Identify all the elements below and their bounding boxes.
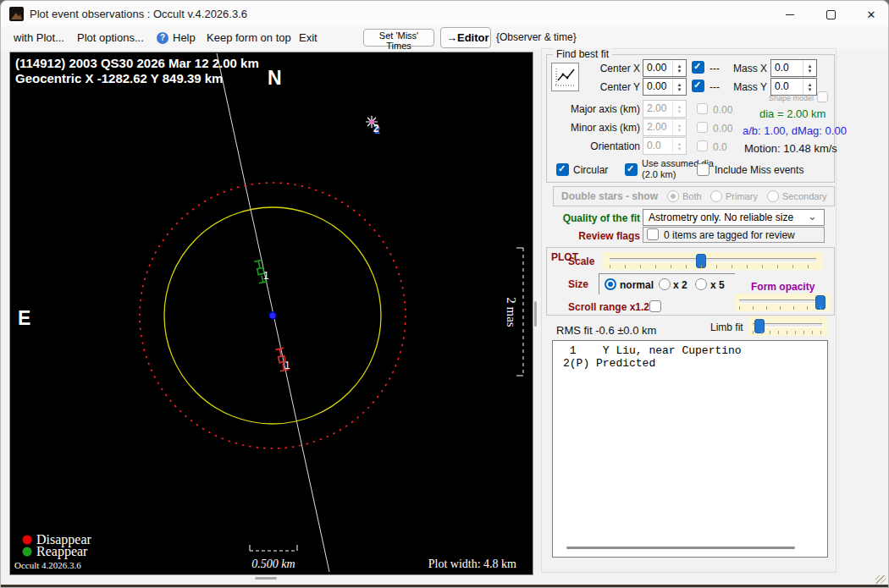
double-stars-both-label: Both <box>682 191 702 201</box>
review-flags-text: 0 items are tagged for review <box>664 229 795 241</box>
menu-help[interactable]: Help <box>173 31 196 44</box>
shape-model-checkbox <box>817 91 828 102</box>
include-miss-label: Include Miss events <box>715 164 803 176</box>
minor-axis-spinner: 2.00 <box>643 118 687 136</box>
menu-plot-options[interactable]: Plot options... <box>77 31 144 44</box>
include-miss-checkbox[interactable] <box>697 163 710 176</box>
ab-dmag-text: a/b: 1.00, dMag: 0.00 <box>743 124 847 137</box>
km-scale-bracket <box>250 545 297 551</box>
north-label: N <box>268 67 282 90</box>
orientation-fit-checkbox <box>697 140 708 151</box>
minimize-icon <box>786 14 794 15</box>
observer-time-label: {Observer & time} <box>496 31 577 43</box>
window-bottom-edge <box>1 585 888 587</box>
use-assumed-checkbox[interactable] <box>625 163 638 176</box>
size-normal-label: normal <box>620 279 654 291</box>
center-y-dash: --- <box>710 81 720 93</box>
km-scale-label: 0.500 km <box>240 558 307 571</box>
circular-checkbox[interactable] <box>556 163 569 176</box>
spinner-arrows-icon[interactable] <box>672 60 686 76</box>
observation-row[interactable]: 2(P) Predicted <box>563 357 655 370</box>
mass-y-spinner[interactable]: 0.0 <box>770 78 817 96</box>
reappear-legend-dot <box>23 547 32 557</box>
menu-exit[interactable]: Exit <box>299 31 318 44</box>
size-radio-x5[interactable] <box>695 278 707 290</box>
east-label: E <box>18 307 30 330</box>
scale-label: Scale <box>568 256 594 267</box>
center-x-spinner[interactable]: 0.00 <box>643 59 687 77</box>
plot-canvas <box>11 53 530 572</box>
version-label: Occult 4.2026.3.6 <box>14 560 81 570</box>
major-axis-label: Major axis (km) <box>566 103 640 115</box>
size-group-border <box>599 273 735 274</box>
find-best-fit-label: Find best fit <box>553 48 612 60</box>
menu-with-plot[interactable]: with Plot... <box>14 31 64 44</box>
plot-vertical-scrollbar[interactable] <box>534 301 537 327</box>
size-label: Size <box>568 278 588 290</box>
maximize-button[interactable] <box>814 4 848 25</box>
disappear-legend-dot <box>23 536 32 545</box>
double-stars-radio-primary <box>710 190 722 202</box>
set-miss-times-button[interactable]: Set 'Miss' Times <box>363 29 434 47</box>
minor-axis-label: Minor axis (km) <box>566 122 640 134</box>
occultation-plot[interactable]: (114912) 2003 QS30 2026 Mar 12 2.00 km G… <box>11 53 530 572</box>
spinner-arrows-icon[interactable] <box>672 79 686 95</box>
mas-scale-label: 2 mas <box>504 297 518 327</box>
dia-text: dia = 2.00 km <box>759 107 826 120</box>
listbox-horizontal-scrollbar[interactable] <box>566 547 795 549</box>
chord-number-reappear: 1 <box>263 270 269 282</box>
scroll-range-label: Scroll range x1.25 <box>568 301 655 313</box>
observations-listbox[interactable]: 1 Y Liu, near Cupertino 2(P) Predicted <box>552 340 828 558</box>
observation-row[interactable]: 1 Y Liu, near Cupertino <box>563 344 742 357</box>
size-radio-normal[interactable] <box>605 278 616 290</box>
major-axis-fit-checkbox <box>697 103 708 114</box>
fit-chart-button[interactable] <box>551 63 579 91</box>
center-dot <box>269 312 276 319</box>
close-button[interactable] <box>854 4 888 25</box>
center-y-checkbox[interactable] <box>692 80 704 92</box>
size-x2-label: x 2 <box>673 279 687 291</box>
maximize-icon <box>826 10 836 19</box>
close-icon <box>867 7 876 22</box>
quality-of-fit-label: Quality of the fit <box>549 212 640 224</box>
center-x-label: Center X <box>589 63 640 74</box>
mass-x-spinner[interactable]: 0.0 <box>770 59 817 77</box>
review-flags-checkbox[interactable] <box>647 228 659 240</box>
center-x-checkbox[interactable] <box>692 61 704 74</box>
app-icon <box>9 7 24 21</box>
double-stars-radio-both <box>667 190 679 202</box>
plot-horizontal-scrollbar[interactable] <box>255 577 277 580</box>
star-number-label: 2 <box>373 123 379 135</box>
scroll-range-checkbox[interactable] <box>649 300 661 312</box>
legend-reappear-label: Reappear <box>36 544 87 559</box>
menu-bar: with Plot... Plot options... Help Keep f… <box>1 26 888 50</box>
spinner-arrows-icon[interactable] <box>803 79 816 95</box>
spinner-arrows-icon[interactable] <box>803 60 816 76</box>
orientation-fit-value: 0.0 <box>713 141 727 153</box>
size-radio-x2[interactable] <box>659 278 671 290</box>
double-stars-primary-label: Primary <box>726 191 758 201</box>
help-icon[interactable] <box>157 32 168 44</box>
app-window: Plot event observations : Occult v.4.202… <box>0 0 889 588</box>
resize-grip[interactable] <box>875 575 886 584</box>
scale-slider[interactable] <box>603 252 823 270</box>
window-title: Plot event observations : Occult v.4.202… <box>30 8 247 20</box>
double-stars-label: Double stars - show <box>561 190 658 202</box>
mass-y-label: Mass Y <box>729 81 767 93</box>
spinner-arrows-icon <box>672 119 686 135</box>
menu-keep-form-on-top[interactable]: Keep form on top <box>207 31 291 44</box>
major-axis-fit-value: 0.00 <box>713 104 732 116</box>
motion-text: Motion: 10.48 km/s <box>744 142 837 155</box>
form-opacity-label: Form opacity <box>751 281 814 293</box>
shape-model-label: Shape model <box>767 94 814 102</box>
limb-fit-slider[interactable] <box>748 316 828 336</box>
spinner-arrows-icon <box>672 138 686 154</box>
quality-dropdown[interactable]: Astrometry only. No reliable size <box>643 209 825 226</box>
minor-axis-fit-checkbox <box>697 122 708 133</box>
center-y-spinner[interactable]: 0.00 <box>643 78 687 96</box>
review-flags-label: Review flags <box>549 230 640 242</box>
form-opacity-slider[interactable] <box>734 294 831 311</box>
editor-button[interactable]: →Editor <box>440 27 491 48</box>
minimize-button[interactable] <box>773 4 807 25</box>
orientation-label: Orientation <box>566 140 640 152</box>
